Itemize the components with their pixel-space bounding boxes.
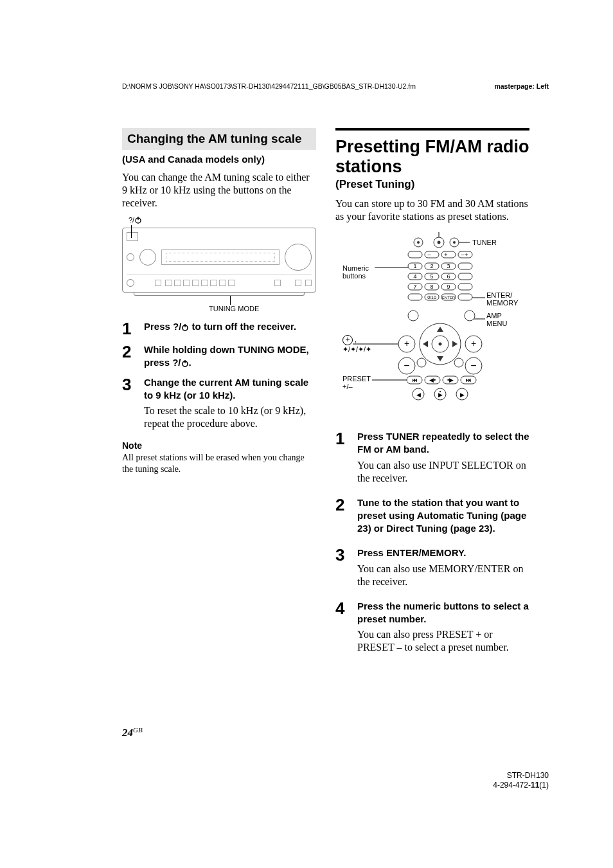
- left-column: Changing the AM tuning scale (USA and Ca…: [122, 128, 316, 658]
- page-number: 24GB: [122, 726, 143, 739]
- power-callout: ?/: [129, 216, 142, 224]
- step-2: 2 While holding down TUNING MODE, press …: [122, 343, 316, 370]
- step-1: 1 Press ?/ to turn off the receiver.: [122, 320, 316, 337]
- remote-diagram: – + – + 1 2 3 4 5 6 7 8: [342, 232, 522, 419]
- svg-text:▶: ▶: [438, 392, 443, 398]
- section-subtitle: (Preset Tuning): [335, 178, 529, 191]
- label-enter-memory: ENTER/ MEMORY: [486, 291, 518, 307]
- svg-point-83: [440, 391, 441, 392]
- svg-point-18: [453, 241, 456, 244]
- file-path: D:\NORM'S JOB\SONY HA\SO0173\STR-DH130\4…: [122, 82, 416, 91]
- svg-text:•▶: •▶: [447, 377, 454, 383]
- tuning-mode-callout: TUNING MODE: [209, 305, 259, 312]
- label-numeric-buttons: Numeric buttons: [342, 264, 375, 280]
- svg-point-54: [408, 311, 418, 321]
- label-plus-arrows: + , ✦/✦/✦/✦: [342, 335, 371, 353]
- svg-text:⏮: ⏮: [412, 377, 418, 383]
- label-preset: PRESET+/–: [342, 375, 371, 390]
- svg-text:−: −: [470, 360, 476, 371]
- svg-text:9: 9: [447, 284, 450, 290]
- svg-text:–: –: [461, 251, 464, 258]
- svg-point-14: [417, 241, 420, 244]
- section-subhead: (USA and Canada models only): [122, 154, 316, 165]
- r-step-1: 1 Press TUNER repeatedly to select the F…: [335, 430, 529, 485]
- svg-text:▶: ▶: [460, 392, 465, 398]
- svg-point-67: [417, 358, 426, 367]
- svg-text:1: 1: [413, 263, 416, 269]
- r-step-2: 2 Tune to the station that you want to p…: [335, 496, 529, 536]
- receiver-diagram: ?/: [122, 216, 316, 314]
- right-steps: 1 Press TUNER repeatedly to select the F…: [335, 430, 529, 654]
- svg-text:+: +: [471, 338, 476, 348]
- label-amp-menu: AMPMENU: [486, 312, 507, 327]
- note-body: All preset stations will be erased when …: [122, 452, 316, 475]
- section-intro: You can change the AM tuning scale to ei…: [122, 171, 316, 210]
- svg-rect-47: [458, 284, 472, 290]
- svg-text:–: –: [427, 251, 431, 258]
- doc-footer: STR-DH130 4-294-472-11(1): [493, 771, 549, 791]
- svg-point-55: [465, 311, 475, 321]
- svg-text:ENTER: ENTER: [442, 296, 456, 300]
- note-heading: Note: [122, 440, 316, 451]
- svg-text:◀: ◀: [416, 392, 421, 398]
- power-icon: [134, 216, 142, 224]
- svg-rect-40: [458, 273, 472, 280]
- r-step-3: 3 Press ENTER/MEMORY. You can also use M…: [335, 547, 529, 588]
- svg-text:3: 3: [447, 263, 450, 269]
- svg-text:8: 8: [430, 284, 433, 290]
- label-tuner: TUNER: [472, 239, 497, 246]
- svg-text:4: 4: [413, 273, 416, 280]
- svg-text:5: 5: [430, 273, 433, 280]
- svg-rect-53: [458, 294, 472, 300]
- svg-point-68: [454, 358, 463, 367]
- svg-text:0/10: 0/10: [427, 295, 436, 300]
- svg-text:2: 2: [430, 263, 433, 269]
- svg-point-16: [438, 241, 441, 244]
- svg-rect-33: [458, 263, 472, 269]
- right-column: Presetting FM/AM radio stations (Preset …: [335, 128, 529, 658]
- page-header: D:\NORM'S JOB\SONY HA\SO0173\STR-DH130\4…: [122, 82, 549, 91]
- svg-text:+: +: [404, 338, 409, 348]
- svg-text:6: 6: [447, 273, 450, 280]
- svg-rect-21: [441, 251, 456, 258]
- svg-text:⏭: ⏭: [466, 377, 472, 383]
- section-title-am-scale: Changing the AM tuning scale: [122, 128, 316, 150]
- svg-text:+: +: [444, 251, 447, 258]
- step-3: 3 Change the current AM tuning scale to …: [122, 376, 316, 431]
- svg-point-66: [439, 343, 442, 346]
- svg-rect-48: [408, 294, 422, 300]
- power-icon: [181, 323, 189, 331]
- svg-rect-19: [408, 251, 422, 258]
- power-icon: [181, 359, 189, 367]
- masterpage-label: masterpage: Left: [494, 82, 549, 91]
- svg-text:7: 7: [413, 284, 416, 290]
- svg-text:−: −: [404, 360, 409, 371]
- svg-rect-20: [425, 251, 439, 258]
- section-intro-right: You can store up to 30 FM and 30 AM stat…: [335, 197, 529, 223]
- svg-text:◀•: ◀•: [429, 377, 436, 383]
- r-step-4: 4 Press the numeric buttons to select a …: [335, 600, 529, 655]
- section-rule: [335, 128, 529, 131]
- section-title-preset: Presetting FM/AM radio stations: [335, 137, 529, 177]
- svg-text:+: +: [465, 251, 468, 258]
- left-steps: 1 Press ?/ to turn off the receiver. 2 W…: [122, 320, 316, 430]
